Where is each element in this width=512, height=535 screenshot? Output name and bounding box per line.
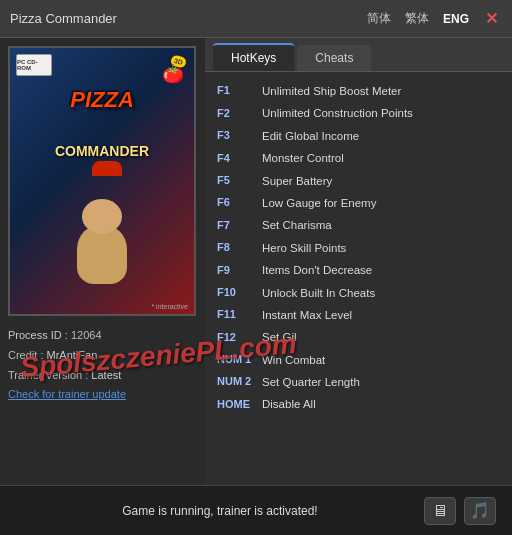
music-icon-button[interactable]: 🎵 [464,497,496,525]
right-panel: HotKeys Cheats F1Unlimited Ship Boost Me… [205,38,512,485]
hotkey-desc: Set Quarter Length [262,373,360,391]
update-link-row: Check for trainer update [8,385,197,405]
hotkey-row: F3Edit Global Income [217,125,500,147]
hotkey-desc: Items Don't Decrease [262,261,372,279]
cover-character [62,184,142,304]
hotkey-desc: Edit Global Income [262,127,359,145]
hotkey-row: F12Set Gil [217,326,500,348]
credit-row: Credit : MrAntiFan [8,346,197,366]
hotkey-row: HOMEDisable All [217,393,500,415]
hotkey-key: F10 [217,284,262,302]
publisher-label: * interactive [151,303,188,310]
hotkey-key: F5 [217,172,262,190]
hotkey-key: F4 [217,150,262,168]
hotkey-desc: Unlimited Construction Points [262,104,413,122]
hotkey-key: F1 [217,82,262,100]
title-bar: Pizza Commander 简体 繁体 ENG ✕ [0,0,512,38]
hotkey-desc: Disable All [262,395,316,413]
credit-value: MrAntiFan [47,349,98,361]
hotkey-row: F11Instant Max Level [217,304,500,326]
cover-decoration: 🍅 [162,63,184,85]
main-content: PC CD-ROM 3D PIZZA COMMANDER 🍅 * interac… [0,38,512,485]
hotkey-row: F8Hero Skill Points [217,237,500,259]
lang-simplified[interactable]: 简体 [363,8,395,29]
hotkey-desc: Super Battery [262,172,332,190]
hotkey-desc: Instant Max Level [262,306,352,324]
hotkey-row: F6Low Gauge for Enemy [217,192,500,214]
character-hat [92,161,122,176]
status-bar: Game is running, trainer is activated! 🖥… [0,485,512,535]
process-id-row: Process ID : 12064 [8,326,197,346]
hotkey-row: NUM 2Set Quarter Length [217,371,500,393]
hotkey-row: F9Items Don't Decrease [217,259,500,281]
hotkeys-list: F1Unlimited Ship Boost MeterF2Unlimited … [205,72,512,485]
credit-label: Credit : [8,349,43,361]
hotkey-key: HOME [217,396,262,414]
process-id-value: 12064 [71,329,102,341]
lang-traditional[interactable]: 繁体 [401,8,433,29]
trainer-version-row: Trainer Version : Latest [8,366,197,386]
character-body [77,224,127,284]
cover-game-title: PIZZA [10,88,194,112]
left-panel: PC CD-ROM 3D PIZZA COMMANDER 🍅 * interac… [0,38,205,485]
cover-game-subtitle: COMMANDER [10,143,194,159]
hotkey-row: F5Super Battery [217,170,500,192]
hotkey-key: F9 [217,262,262,280]
hotkey-key: F8 [217,239,262,257]
tab-bar: HotKeys Cheats [205,38,512,72]
trainer-version-value: Latest [91,369,121,381]
hotkey-desc: Low Gauge for Enemy [262,194,376,212]
update-link[interactable]: Check for trainer update [8,388,126,400]
monitor-icon-button[interactable]: 🖥 [424,497,456,525]
hotkey-desc: Set Gil [262,328,297,346]
pc-cdrom-badge: PC CD-ROM [16,54,52,76]
hotkey-desc: Unlock Built In Cheats [262,284,375,302]
process-id-label: Process ID : [8,329,68,341]
language-switcher: 简体 繁体 ENG [363,8,473,29]
status-text: Game is running, trainer is activated! [16,504,424,518]
close-button[interactable]: ✕ [481,9,502,28]
info-section: Process ID : 12064 Credit : MrAntiFan Tr… [8,326,197,405]
hotkey-key: NUM 1 [217,351,262,369]
hotkey-key: F12 [217,329,262,347]
trainer-version-label: Trainer Version : [8,369,88,381]
hotkey-row: NUM 1Win Combat [217,349,500,371]
hotkey-key: NUM 2 [217,373,262,391]
hotkey-key: F6 [217,194,262,212]
hotkey-desc: Unlimited Ship Boost Meter [262,82,401,100]
hotkey-row: F4Monster Control [217,147,500,169]
hotkey-key: F3 [217,127,262,145]
lang-english[interactable]: ENG [439,10,473,28]
app-title: Pizza Commander [10,11,363,26]
hotkey-key: F7 [217,217,262,235]
tab-hotkeys[interactable]: HotKeys [213,43,294,71]
hotkey-row: F10Unlock Built In Cheats [217,282,500,304]
hotkey-desc: Hero Skill Points [262,239,346,257]
hotkey-row: F2Unlimited Construction Points [217,102,500,124]
game-cover: PC CD-ROM 3D PIZZA COMMANDER 🍅 * interac… [8,46,196,316]
tab-cheats[interactable]: Cheats [297,45,371,71]
character-head [82,199,122,234]
status-icons: 🖥 🎵 [424,497,496,525]
hotkey-desc: Win Combat [262,351,325,369]
hotkey-desc: Monster Control [262,149,344,167]
hotkey-key: F2 [217,105,262,123]
hotkey-row: F7Set Charisma [217,214,500,236]
hotkey-row: F1Unlimited Ship Boost Meter [217,80,500,102]
hotkey-key: F11 [217,306,262,324]
hotkey-desc: Set Charisma [262,216,332,234]
